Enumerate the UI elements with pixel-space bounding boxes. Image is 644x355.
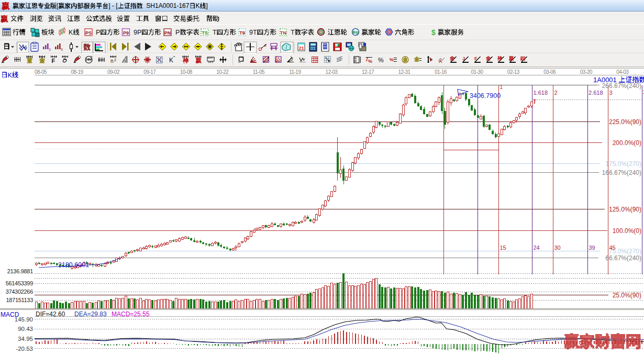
svg-text:12-31: 12-31 [398,69,411,75]
svg-text:P: P [96,29,100,36]
svg-text:10-22: 10-22 [216,69,229,75]
svg-text:PS: PS [85,30,92,36]
svg-text:1.618: 1.618 [534,90,548,96]
svg-text:3: 3 [609,90,613,96]
svg-text:2136.9881: 2136.9881 [7,268,33,274]
svg-text:187151133: 187151133 [6,297,33,303]
svg-text:K: K [169,57,173,64]
svg-text:45: 45 [609,245,616,251]
svg-text:12-03: 12-03 [326,69,338,75]
svg-text:-20.53: -20.53 [16,346,33,352]
svg-text:374302266: 374302266 [6,289,34,295]
svg-text:10-08: 10-08 [180,69,193,75]
svg-text:25.0%(90): 25.0%(90) [613,292,641,299]
svg-text:3406.7900: 3406.7900 [470,92,501,99]
svg-text:A: A [439,59,442,64]
svg-text:T9: T9 [239,30,245,36]
svg-text:%: % [390,57,394,62]
svg-text:SH1A0001-167: SH1A0001-167 [143,2,190,9]
svg-text:21: 21 [299,46,304,51]
svg-text:9P: 9P [134,29,141,36]
svg-text:Big: Big [352,30,358,35]
svg-text:K: K [8,72,13,79]
svg-text:03-20: 03-20 [580,69,593,75]
svg-text:2: 2 [114,58,116,62]
svg-text:TN: TN [280,30,286,36]
svg-text:66.67%(240): 66.67%(240) [605,254,641,262]
svg-text:34.95: 34.95 [18,336,33,342]
svg-text:T: T [533,99,536,105]
svg-text:2: 2 [554,90,558,96]
svg-text:01-16: 01-16 [435,69,447,75]
svg-text:F: F [52,58,55,64]
svg-text:n: n [110,58,114,64]
svg-text:12-17: 12-17 [362,69,374,75]
svg-text:11-05: 11-05 [253,69,265,75]
svg-text:%: % [378,57,384,64]
svg-text:2180.6001: 2180.6001 [58,261,89,269]
svg-text:$: $ [431,28,436,37]
svg-text:F: F [474,56,478,61]
svg-text:02-13: 02-13 [507,69,520,75]
svg-text:561453399: 561453399 [6,280,34,286]
svg-text:24: 24 [534,245,540,251]
svg-text:09-17: 09-17 [143,69,156,75]
svg-text:11-19: 11-19 [289,69,301,75]
svg-text:TS: TS [202,30,208,36]
svg-text:]: ] [206,2,207,9]
svg-text:08-19: 08-19 [71,69,83,75]
svg-text:225.0%(90): 225.0%(90) [609,118,641,126]
svg-text:15: 15 [500,245,506,251]
svg-text:145.90: 145.90 [15,316,33,323]
svg-text:123: 123 [208,60,214,63]
svg-text:2.618: 2.618 [589,90,603,96]
svg-text:08-05: 08-05 [35,69,47,75]
svg-text:09-02: 09-02 [107,69,120,75]
svg-text:T: T [213,29,217,36]
svg-text:39: 39 [589,245,595,251]
svg-text:03-06: 03-06 [543,69,556,75]
svg-text:90.43: 90.43 [18,326,33,332]
svg-text:04-03: 04-03 [616,69,629,75]
svg-text:": " [173,55,175,60]
svg-text:P9: P9 [123,30,129,36]
svg-text:J: J [462,56,465,61]
svg-text:100.0%(0): 100.0%(0) [613,227,641,235]
svg-text:T: T [291,29,295,36]
svg-text:a: a [264,43,267,47]
svg-text:1: 1 [500,84,503,90]
svg-text:A: A [123,58,126,63]
svg-text:%: % [368,59,372,64]
svg-text:175.0%(270): 175.0%(270) [605,160,641,168]
svg-text:125.0%(90): 125.0%(90) [609,206,641,213]
svg-text:01-30: 01-30 [471,69,483,75]
svg-text:200.0%(0): 200.0%(0) [613,139,641,147]
svg-text:] - [: ] - [ [108,2,118,9]
svg-text:PN: PN [164,30,171,36]
svg-text:30: 30 [554,245,561,251]
svg-text:P: P [175,29,180,36]
svg-text:K: K [69,29,73,36]
svg-text:K: K [195,2,199,9]
svg-text:3: 3 [49,48,51,51]
svg-text:9: 9 [61,48,63,51]
svg-text:9T: 9T [249,29,257,36]
